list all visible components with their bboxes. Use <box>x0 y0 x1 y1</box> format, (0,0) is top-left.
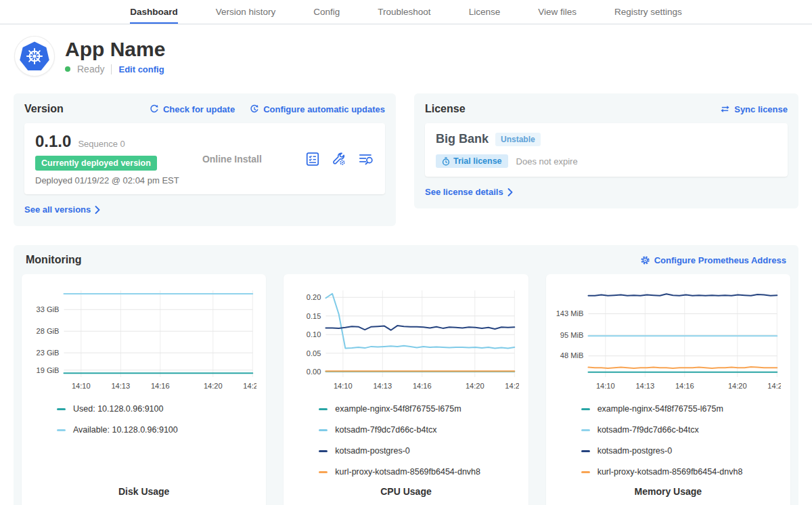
legend-label: kotsadm-7f9dc7d66c-b4tcx <box>597 425 699 435</box>
legend-item: kotsadm-postgres-0 <box>319 446 518 456</box>
tab-license[interactable]: License <box>469 0 501 24</box>
charts-row: 14:1014:1314:1614:2014:2319 GiB23 GiB28 … <box>22 274 790 505</box>
app-name: App Name <box>65 38 165 60</box>
memory-usage-chart: 14:1014:1314:1614:2014:2348 MiB95 MiB143… <box>556 284 781 393</box>
svg-text:14:13: 14:13 <box>374 382 392 390</box>
license-card: License Sync license Big Bank Unstable T… <box>414 93 798 208</box>
stopwatch-icon <box>442 157 450 166</box>
configure-automatic-updates-link[interactable]: Configure automatic updates <box>250 104 385 114</box>
tab-config[interactable]: Config <box>313 0 340 24</box>
license-box: Big Bank Unstable Trial license Does not… <box>425 123 788 177</box>
legend-item: kotsadm-postgres-0 <box>581 446 781 456</box>
legend-label: kotsadm-postgres-0 <box>335 446 409 456</box>
svg-text:48 MiB: 48 MiB <box>560 352 584 360</box>
version-card-title: Version <box>24 103 64 115</box>
legend-label: kurl-proxy-kotsadm-8569fb6454-dnvh8 <box>597 467 743 477</box>
legend-item: example-nginx-54f8f76755-l675m <box>581 404 781 414</box>
check-for-update-link[interactable]: Check for update <box>150 104 235 114</box>
version-number: 0.1.0 <box>35 132 71 151</box>
chevron-right-icon <box>95 206 100 214</box>
app-status: Ready <box>77 64 104 74</box>
legend-swatch <box>319 471 328 473</box>
legend-label: example-nginx-54f8f76755-l675m <box>597 404 723 414</box>
deployed-badge: Currently deployed version <box>35 156 157 171</box>
chart-title: Disk Usage <box>31 477 256 502</box>
cards-row: Version Check for update Configure autom… <box>0 85 812 226</box>
swap-arrows-icon <box>720 104 730 114</box>
svg-text:0.15: 0.15 <box>307 312 321 320</box>
clock-refresh-icon <box>250 104 259 114</box>
svg-text:14:10: 14:10 <box>596 382 615 390</box>
legend-swatch <box>581 471 590 473</box>
legend-swatch <box>581 408 590 410</box>
top-nav: Dashboard Version history Config Trouble… <box>0 0 812 24</box>
svg-text:14:23: 14:23 <box>767 382 781 390</box>
refresh-icon <box>150 104 159 114</box>
legend-label: Used: 10.128.0.96:9100 <box>73 404 163 414</box>
svg-text:14:20: 14:20 <box>728 382 747 390</box>
edit-config-link[interactable]: Edit config <box>118 64 164 74</box>
disk-usage-chart-card: 14:1014:1314:1614:2014:2319 GiB23 GiB28 … <box>22 274 266 505</box>
app-header: App Name Ready Edit config <box>0 24 812 85</box>
svg-text:28 GiB: 28 GiB <box>36 327 59 335</box>
svg-text:14:20: 14:20 <box>466 382 484 390</box>
version-card: Version Check for update Configure autom… <box>14 93 396 226</box>
memory-usage-legend: example-nginx-54f8f76755-l675mkotsadm-7f… <box>581 404 781 477</box>
channel-badge: Unstable <box>495 133 541 146</box>
legend-label: Available: 10.128.0.96:9100 <box>73 425 178 435</box>
current-version-box: 0.1.0 Sequence 0 Currently deployed vers… <box>24 123 385 194</box>
configure-prometheus-link[interactable]: Configure Prometheus Address <box>640 255 786 265</box>
disk-usage-legend: Used: 10.128.0.96:9100Available: 10.128.… <box>57 404 256 435</box>
svg-text:14:10: 14:10 <box>334 382 353 390</box>
license-expiry: Does not expire <box>516 156 578 167</box>
tab-registry-settings[interactable]: Registry settings <box>614 0 682 24</box>
legend-item: Available: 10.128.0.96:9100 <box>57 425 256 435</box>
cpu-usage-legend: example-nginx-54f8f76755-l675mkotsadm-7f… <box>319 404 518 477</box>
svg-text:14:23: 14:23 <box>505 382 519 390</box>
legend-swatch <box>319 408 328 410</box>
svg-text:14:13: 14:13 <box>635 382 654 390</box>
legend-swatch <box>57 429 66 431</box>
svg-text:14:16: 14:16 <box>151 382 170 390</box>
svg-text:0.10: 0.10 <box>307 330 321 338</box>
memory-usage-chart-card: 14:1014:1314:1614:2014:2348 MiB95 MiB143… <box>546 274 790 505</box>
tab-version-history[interactable]: Version history <box>216 0 276 24</box>
version-actions <box>305 152 374 167</box>
see-license-details-link[interactable]: See license details <box>425 187 513 197</box>
legend-item: example-nginx-54f8f76755-l675m <box>319 404 518 414</box>
tab-dashboard[interactable]: Dashboard <box>130 0 178 24</box>
svg-text:0.00: 0.00 <box>307 368 321 376</box>
divider <box>111 64 112 74</box>
tab-troubleshoot[interactable]: Troubleshoot <box>378 0 430 24</box>
svg-text:33 GiB: 33 GiB <box>36 305 59 313</box>
kubernetes-logo-icon <box>15 37 54 76</box>
sync-license-link[interactable]: Sync license <box>720 104 788 114</box>
legend-label: kotsadm-7f9dc7d66c-b4tcx <box>335 425 436 435</box>
preflight-checklist-icon[interactable] <box>305 152 320 167</box>
ready-status-dot <box>65 66 70 72</box>
version-sequence: Sequence 0 <box>78 139 125 149</box>
customer-name: Big Bank <box>436 132 489 146</box>
legend-swatch <box>319 429 328 431</box>
install-type: Online Install <box>202 154 262 164</box>
wrench-gear-icon[interactable] <box>332 152 346 167</box>
legend-label: kotsadm-postgres-0 <box>597 446 672 456</box>
tab-view-files[interactable]: View files <box>538 0 577 24</box>
svg-text:19 GiB: 19 GiB <box>36 366 59 374</box>
legend-item: kurl-proxy-kotsadm-8569fb6454-dnvh8 <box>581 467 781 477</box>
disk-usage-chart: 14:1014:1314:1614:2014:2319 GiB23 GiB28 … <box>31 284 256 393</box>
chevron-right-icon <box>508 188 513 196</box>
svg-text:14:10: 14:10 <box>72 382 91 390</box>
see-all-versions-link[interactable]: See all versions <box>24 204 100 215</box>
svg-text:23 GiB: 23 GiB <box>36 349 59 357</box>
view-logs-icon[interactable] <box>358 152 374 167</box>
legend-item: Used: 10.128.0.96:9100 <box>57 404 256 414</box>
svg-text:143 MiB: 143 MiB <box>556 309 583 317</box>
cpu-usage-chart-card: 14:1014:1314:1614:2014:230.000.050.100.1… <box>284 274 528 505</box>
legend-swatch <box>319 450 328 452</box>
legend-swatch <box>57 408 66 410</box>
legend-label: kurl-proxy-kotsadm-8569fb6454-dnvh8 <box>335 467 480 477</box>
svg-text:14:20: 14:20 <box>204 382 223 390</box>
svg-text:95 MiB: 95 MiB <box>560 331 584 339</box>
svg-text:14:23: 14:23 <box>243 382 256 390</box>
